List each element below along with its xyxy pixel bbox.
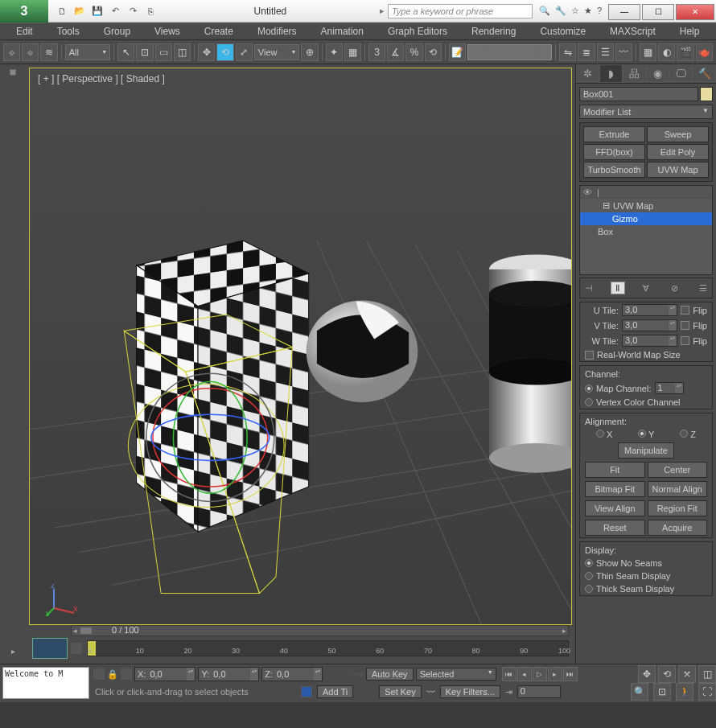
bind-icon[interactable]: ≋ bbox=[40, 43, 57, 61]
strip-dot[interactable] bbox=[10, 69, 16, 76]
modifier-stack[interactable]: 👁| ⊟ UVW Map Gizmo Box bbox=[579, 185, 713, 275]
timeline-preview[interactable] bbox=[32, 638, 68, 659]
keymode-icon[interactable]: ⊸ bbox=[352, 665, 364, 683]
select-rect-icon[interactable]: ▭ bbox=[155, 43, 172, 61]
move-icon[interactable]: ✥ bbox=[198, 43, 215, 61]
autokey-button[interactable]: Auto Key bbox=[366, 668, 414, 681]
w-flip-cb[interactable] bbox=[681, 336, 689, 345]
acquire-button[interactable]: Acquire bbox=[648, 520, 708, 536]
keyboard-icon[interactable]: ▦ bbox=[344, 43, 361, 61]
nav-orbit-icon[interactable]: ⟲ bbox=[658, 665, 676, 683]
rotate-icon[interactable]: ⟲ bbox=[216, 43, 233, 61]
viewport[interactable]: [ + ] [ Perspective ] [ Shaded ] bbox=[29, 68, 572, 625]
minimize-button[interactable]: — bbox=[608, 4, 640, 20]
manipulate-button[interactable]: Manipulate bbox=[618, 442, 674, 459]
axis-z-radio[interactable] bbox=[680, 430, 688, 438]
menu-views[interactable]: Views bbox=[143, 24, 191, 39]
pivot-icon[interactable]: ⊕ bbox=[301, 43, 318, 61]
next-frame-icon[interactable]: ▸ bbox=[548, 667, 562, 681]
select-icon[interactable]: ↖ bbox=[117, 43, 134, 61]
select-window-icon[interactable]: ◫ bbox=[174, 43, 191, 61]
remove-icon[interactable]: ⊘ bbox=[668, 282, 682, 294]
seam-thick-radio[interactable] bbox=[585, 585, 593, 593]
maximize-button[interactable]: ☐ bbox=[642, 4, 674, 20]
realworld-cb[interactable] bbox=[585, 351, 594, 360]
menu-help[interactable]: Help bbox=[669, 24, 711, 39]
normalalign-button[interactable]: Normal Align bbox=[648, 481, 708, 497]
tab-create-icon[interactable]: ✲ bbox=[576, 64, 599, 83]
menu-modifiers[interactable]: Modifiers bbox=[246, 24, 308, 39]
keyfilter-dropdown[interactable]: Selected bbox=[416, 668, 496, 681]
strip-expand-icon[interactable]: ▸ bbox=[11, 647, 15, 656]
nav-fov-icon[interactable]: ◫ bbox=[698, 665, 716, 683]
configure-icon[interactable]: ☰ bbox=[696, 282, 710, 294]
modifier-list-dropdown[interactable]: Modifier List bbox=[579, 105, 713, 119]
seam-none-radio[interactable] bbox=[585, 559, 593, 567]
mod-turbosmooth[interactable]: TurboSmooth bbox=[583, 162, 645, 178]
favorite-icon[interactable]: ★ bbox=[584, 6, 592, 16]
x-field[interactable]: X:0,0▴▾ bbox=[134, 667, 195, 681]
axis-x-radio[interactable] bbox=[596, 430, 604, 438]
stack-uvwmap[interactable]: ⊟ UVW Map bbox=[580, 199, 712, 212]
stack-gizmo[interactable]: Gizmo bbox=[580, 212, 712, 225]
script-listener[interactable]: Welcome to M bbox=[2, 667, 89, 699]
undo-icon[interactable]: ↶ bbox=[108, 4, 122, 19]
current-frame-field[interactable]: 0 bbox=[517, 685, 561, 698]
center-button[interactable]: Center bbox=[648, 462, 708, 478]
timeline[interactable]: 0 10 20 30 40 50 60 70 80 90 100 bbox=[29, 636, 572, 660]
mapchannel-radio[interactable] bbox=[585, 385, 593, 393]
menu-animation[interactable]: Animation bbox=[310, 24, 375, 39]
v-flip-cb[interactable] bbox=[681, 321, 689, 330]
wrench-icon[interactable]: 🔧 bbox=[555, 6, 566, 16]
mod-editpoly[interactable]: Edit Poly bbox=[647, 144, 709, 160]
align-icon[interactable]: ≣ bbox=[578, 43, 595, 61]
new-icon[interactable]: 🗋 bbox=[55, 4, 69, 19]
pin-stack-icon[interactable]: ⊣ bbox=[582, 282, 596, 294]
object-name-field[interactable] bbox=[579, 87, 698, 101]
nav-zoom-icon[interactable]: 🔍 bbox=[631, 683, 648, 701]
nav-zoomall-icon[interactable]: ⊡ bbox=[653, 683, 671, 701]
lock-icon[interactable] bbox=[93, 668, 105, 680]
menu-group[interactable]: Group bbox=[93, 24, 142, 39]
render-setup-icon[interactable]: 🎬 bbox=[677, 43, 693, 61]
angle-snap-icon[interactable]: ∡ bbox=[387, 43, 404, 61]
snap-icon[interactable]: 3 bbox=[368, 43, 385, 61]
axis-y-radio[interactable] bbox=[638, 430, 646, 438]
key-icon[interactable] bbox=[121, 668, 132, 680]
help-toggle-icon[interactable]: ▸ bbox=[377, 6, 388, 16]
percent-snap-icon[interactable]: % bbox=[405, 43, 422, 61]
save-icon[interactable]: 💾 bbox=[90, 4, 105, 19]
search-input[interactable]: Type a keyword or phrase bbox=[388, 4, 533, 19]
nav-maximize-icon[interactable]: ⛶ bbox=[698, 683, 716, 701]
tab-utilities-icon[interactable]: 🔨 bbox=[693, 64, 716, 83]
goto-end-icon[interactable]: ⏭ bbox=[563, 667, 578, 681]
menu-maxscript[interactable]: MAXScript bbox=[599, 24, 667, 39]
reset-button[interactable]: Reset bbox=[585, 520, 645, 536]
mod-ffdbox[interactable]: FFD(box) bbox=[583, 144, 645, 160]
object-color-swatch[interactable] bbox=[700, 87, 713, 101]
star-icon[interactable]: ☆ bbox=[571, 6, 579, 16]
unique-icon[interactable]: ∀ bbox=[639, 282, 653, 294]
regionfit-button[interactable]: Region Fit bbox=[648, 500, 708, 516]
select-name-icon[interactable]: ⊡ bbox=[136, 43, 153, 61]
play-icon[interactable]: ▷ bbox=[533, 667, 547, 681]
scale-icon[interactable]: ⤢ bbox=[236, 43, 253, 61]
menu-edit[interactable]: Edit bbox=[5, 24, 44, 39]
timeline-config-icon[interactable] bbox=[71, 643, 82, 654]
menu-rendering[interactable]: Rendering bbox=[460, 24, 527, 39]
render-icon[interactable]: 🫖 bbox=[696, 43, 713, 61]
u-flip-cb[interactable] bbox=[681, 306, 689, 315]
curve-editor-icon[interactable]: 〰 bbox=[615, 43, 632, 61]
manipulate-icon[interactable]: ✦ bbox=[326, 43, 343, 61]
ref-coord-system[interactable]: View bbox=[254, 44, 300, 60]
keyfilters-button[interactable]: Key Filters... bbox=[440, 685, 500, 698]
time-scrollbar[interactable]: ◂ 0 / 100 ▸ bbox=[71, 625, 569, 636]
nav-pan-icon[interactable]: ✥ bbox=[638, 665, 656, 683]
bitmapfit-button[interactable]: Bitmap Fit bbox=[585, 481, 645, 497]
goto-start-icon[interactable]: ⏮ bbox=[502, 667, 516, 681]
prev-frame-icon[interactable]: ◂ bbox=[517, 667, 532, 681]
material-editor-icon[interactable]: ◐ bbox=[658, 43, 675, 61]
addtime-button[interactable]: Add Ti bbox=[317, 685, 353, 698]
close-button[interactable]: ✕ bbox=[676, 4, 714, 20]
show-end-icon[interactable]: Ⅱ bbox=[611, 282, 625, 294]
